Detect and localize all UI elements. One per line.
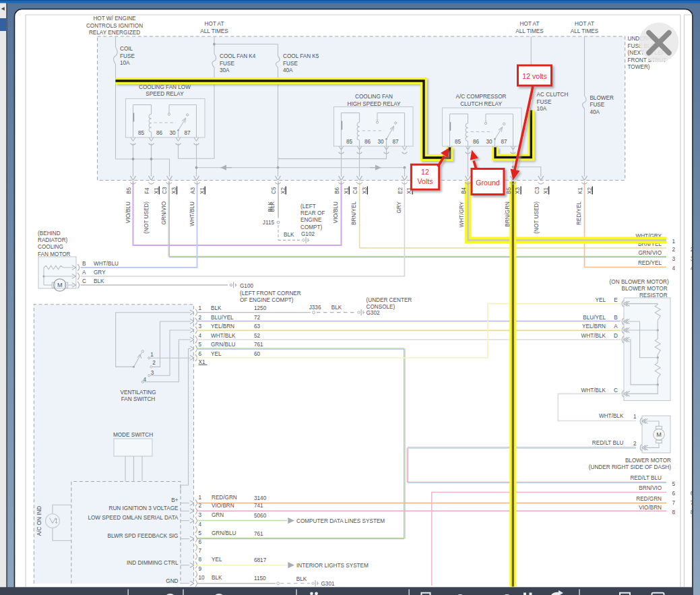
svg-text:BLOWER: BLOWER [590,95,614,101]
svg-text:BRN/GRN: BRN/GRN [505,201,511,227]
svg-text:FUSE: FUSE [590,102,604,108]
svg-text:86: 86 [364,139,371,145]
svg-text:BLK: BLK [212,575,222,581]
svg-text:BLU/YEL: BLU/YEL [583,315,606,321]
svg-text:3140: 3140 [254,495,267,501]
svg-text:3: 3 [672,256,676,262]
svg-text:WHT/BLK: WHT/BLK [211,333,236,339]
svg-text:WHT/BLU: WHT/BLU [94,261,119,267]
svg-text:(NOT USED): (NOT USED) [144,201,150,234]
svg-text:YEL/BRN: YEL/BRN [211,323,234,330]
svg-text:RESISTOR: RESISTOR [639,292,668,299]
svg-text:7: 7 [672,500,676,506]
svg-text:4: 4 [672,265,676,272]
svg-text:BLK: BLK [94,278,104,284]
svg-text:OF ENGINE COMPT): OF ENGINE COMPT) [240,297,294,303]
svg-text:YEL: YEL [596,297,606,303]
svg-text:5: 5 [672,481,676,487]
svg-text:YEL/BRN: YEL/BRN [582,323,606,330]
svg-text:BLOWER MOTOR: BLOWER MOTOR [625,458,671,464]
svg-text:85: 85 [455,139,462,145]
svg-text:E: E [614,297,618,303]
svg-text:40A: 40A [590,109,600,115]
svg-text:BLOWER MOTOR: BLOWER MOTOR [622,286,668,292]
svg-text:BLK: BLK [284,232,294,238]
svg-text:GRN/BLU: GRN/BLU [212,530,236,536]
svg-text:3: 3 [199,323,202,330]
svg-text:WHT/BLK: WHT/BLK [599,413,624,419]
svg-text:7: 7 [199,548,202,554]
svg-text:6817: 6817 [254,557,267,563]
svg-text:40A: 40A [283,67,293,73]
svg-text:ENGINE: ENGINE [300,217,322,223]
svg-text:COOLING: COOLING [38,244,63,250]
svg-text:2: 2 [672,247,676,253]
svg-text:1: 1 [150,352,154,358]
svg-text:1150: 1150 [254,575,266,582]
svg-text:TOWER): TOWER) [628,64,650,70]
svg-text:B4: B4 [461,187,467,194]
svg-text:1250: 1250 [254,305,267,311]
svg-text:(NOT USED): (NOT USED) [534,201,540,234]
svg-text:X2: X2 [280,187,286,194]
svg-text:IND DIMMING CTRL: IND DIMMING CTRL [127,560,179,566]
svg-text:VIO/BLU: VIO/BLU [125,201,131,223]
svg-text:10: 10 [199,575,205,581]
svg-text:60: 60 [254,351,261,357]
svg-text:5: 5 [199,530,202,536]
svg-text:X2: X2 [587,187,593,194]
svg-text:J115: J115 [263,220,275,226]
svg-text:X1: X1 [199,359,205,365]
svg-text:4: 4 [199,333,202,339]
svg-text:8: 8 [672,509,676,515]
svg-text:(LEFT: (LEFT [300,203,316,210]
svg-text:VIO/BRN: VIO/BRN [212,503,234,509]
svg-text:GRN/BLU: GRN/BLU [211,342,235,348]
svg-text:BLK: BLK [331,305,342,311]
svg-text:G301: G301 [321,581,335,587]
svg-text:9: 9 [199,566,202,572]
svg-text:86: 86 [473,139,480,145]
svg-text:X1: X1 [543,187,549,194]
svg-text:X1: X1 [199,187,205,194]
svg-text:FUSE: FUSE [537,99,552,105]
svg-text:ALL TIMES: ALL TIMES [571,28,599,34]
svg-text:BLU/YEL: BLU/YEL [211,315,234,321]
svg-text:ALL TIMES: ALL TIMES [515,28,544,34]
svg-text:85: 85 [138,130,145,136]
svg-text:J336: J336 [309,305,321,311]
svg-text:WHT/BLK: WHT/BLK [581,333,606,339]
svg-text:FUSE: FUSE [283,61,298,67]
svg-text:COMPT): COMPT) [300,224,323,230]
svg-text:87: 87 [392,139,399,145]
svg-text:SPEED RELAY: SPEED RELAY [146,91,184,97]
svg-text:VENTILATING: VENTILATING [120,389,156,396]
svg-text:87: 87 [184,130,191,136]
svg-text:12 volts: 12 volts [522,72,547,80]
svg-text:4: 4 [144,377,147,383]
svg-text:COOLING FAN LOW: COOLING FAN LOW [139,84,191,90]
svg-text:YEL: YEL [212,557,222,563]
svg-text:FAN MOTOR: FAN MOTOR [38,251,71,257]
svg-text:(ON BLOWER MOTOR): (ON BLOWER MOTOR) [610,279,669,285]
svg-text:RADIATOR): RADIATOR) [38,237,68,243]
svg-text:ALL TIMES: ALL TIMES [200,28,228,34]
svg-text:B+: B+ [171,497,178,503]
svg-text:GRN: GRN [212,512,224,518]
svg-text:A3: A3 [190,187,196,194]
svg-text:RED/GRN: RED/GRN [212,495,237,501]
svg-text:BLK: BLK [211,305,222,311]
svg-text:6: 6 [199,351,202,357]
svg-text:WHT/BLK: WHT/BLK [581,387,606,394]
svg-text:1: 1 [672,239,676,245]
svg-text:RED/YEL: RED/YEL [576,201,582,225]
svg-text:30A: 30A [220,67,230,73]
svg-text:30: 30 [377,139,384,145]
svg-text:K1: K1 [577,187,583,194]
svg-text:RED/LT BLU: RED/LT BLU [592,440,624,446]
svg-text:B5: B5 [126,187,132,194]
svg-text:X3: X3 [515,187,521,194]
svg-text:B5: B5 [506,187,512,194]
svg-text:85: 85 [346,139,353,145]
svg-text:(LEFT FRONT CORNER: (LEFT FRONT CORNER [240,290,301,296]
